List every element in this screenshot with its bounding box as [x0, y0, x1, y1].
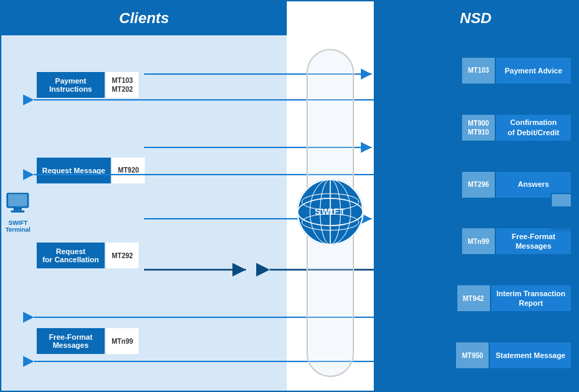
svg-text:SWIFT: SWIFT	[315, 207, 345, 217]
terminal-icon-left	[5, 192, 30, 217]
header-row: Clients NSD	[1, 1, 578, 35]
svg-rect-15	[557, 207, 565, 210]
svg-rect-1	[8, 194, 27, 206]
terminal-label-left: SWIFT Terminal	[5, 219, 31, 234]
terminal-label-right: SWIFT Terminal	[548, 219, 574, 234]
svg-rect-3	[11, 210, 24, 212]
arrows-overlay	[1, 35, 578, 391]
clients-title: Clients	[119, 10, 169, 27]
header-nsd: NSD	[374, 1, 578, 35]
header-clients: Clients	[1, 1, 287, 35]
header-middle	[287, 1, 374, 35]
nsd-title: NSD	[460, 10, 491, 27]
svg-rect-2	[14, 207, 22, 210]
main-container: Clients NSD SWIFT Terminal Payme	[0, 0, 579, 392]
swift-terminal-right: SWIFT Terminal	[548, 192, 574, 234]
content-row: SWIFT Terminal Payment Instructions MT10…	[1, 35, 578, 391]
swift-globe-container: SWIFT	[296, 178, 364, 249]
swift-terminal-left: SWIFT Terminal	[5, 192, 31, 234]
swift-globe-svg: SWIFT	[296, 178, 364, 246]
terminal-icon-right	[549, 192, 574, 217]
svg-rect-16	[555, 210, 568, 212]
svg-rect-14	[552, 194, 571, 206]
